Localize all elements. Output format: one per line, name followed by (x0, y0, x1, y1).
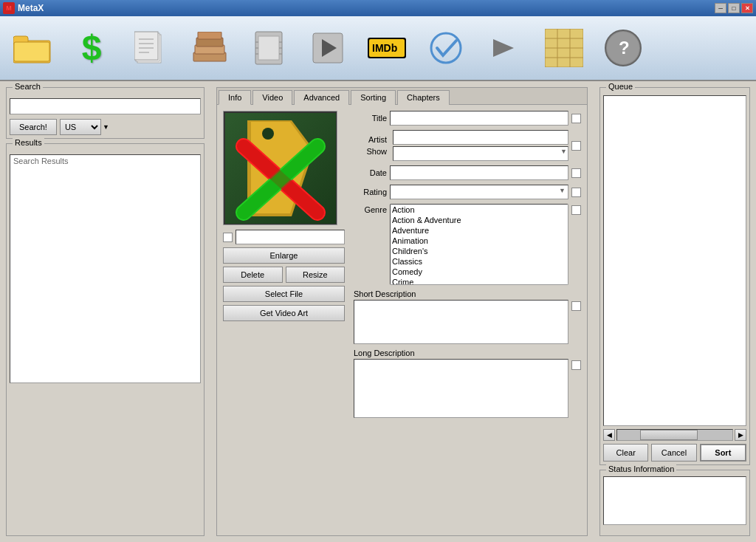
artwork-panel: Enlarge Delete Resize Select File Get Vi… (223, 111, 345, 418)
queue-list[interactable] (603, 95, 746, 426)
toolbar-film-button[interactable] (242, 20, 295, 76)
search-input[interactable] (10, 98, 201, 114)
artwork-image (223, 111, 337, 225)
tab-chapters[interactable]: Chapters (397, 90, 450, 105)
grid-icon (545, 29, 583, 67)
delete-button[interactable]: Delete (223, 267, 283, 283)
svg-point-39 (262, 128, 274, 140)
title-label: Title (354, 114, 387, 123)
artist-show-row: Artist Show ▼ (354, 130, 581, 161)
genre-classics[interactable]: Classics (391, 256, 568, 267)
search-group: Search Search! US UK AU CA DE FR JP ▼ (6, 87, 205, 139)
minimize-button[interactable]: ─ (715, 3, 726, 13)
tab-info[interactable]: Info (219, 90, 251, 105)
info-layout: Enlarge Delete Resize Select File Get Vi… (223, 111, 581, 418)
maximize-button[interactable]: □ (728, 3, 740, 13)
long-desc-section: Long Description (354, 349, 581, 418)
results-group: Results Search Results (6, 143, 205, 536)
short-desc-textarea[interactable] (354, 300, 568, 344)
toolbar-open-button[interactable] (6, 20, 59, 76)
genre-crime[interactable]: Crime (391, 277, 568, 285)
long-desc-row (354, 359, 581, 418)
artwork-controls: Enlarge Delete Resize Select File Get Vi… (223, 230, 345, 321)
artwork-text-input[interactable] (236, 230, 345, 244)
tab-container: Info Video Advanced Sorting Chapters (216, 87, 588, 536)
genre-animation[interactable]: Animation (391, 236, 568, 246)
toolbar-docs-button[interactable] (124, 20, 177, 76)
tab-sorting[interactable]: Sorting (351, 90, 396, 105)
tab-advanced[interactable]: Advanced (294, 90, 349, 105)
toolbar-books-button[interactable] (183, 20, 236, 76)
play-icon (309, 29, 347, 67)
scroll-right-button[interactable]: ▶ (735, 429, 746, 441)
show-input[interactable] (393, 146, 568, 161)
svg-marker-28 (493, 39, 514, 57)
search-button[interactable]: Search! (10, 119, 57, 135)
main-area: Search Search! US UK AU CA DE FR JP ▼ Re… (0, 81, 756, 542)
title-checkbox[interactable] (571, 114, 581, 123)
genre-adventure[interactable]: Adventure (391, 225, 568, 236)
toolbar-play-button[interactable] (301, 20, 354, 76)
genre-checkbox[interactable] (571, 205, 581, 215)
toolbar-imdb-button[interactable]: IMDb (360, 20, 413, 76)
svg-rect-15 (258, 36, 279, 60)
svg-rect-5 (134, 32, 158, 60)
short-desc-checkbox[interactable] (571, 301, 581, 311)
search-row: Search! US UK AU CA DE FR JP ▼ (10, 119, 201, 135)
svg-rect-13 (198, 32, 221, 39)
long-desc-textarea[interactable] (354, 359, 568, 418)
genre-list[interactable]: Action Action & Adventure Adventure Anim… (390, 204, 568, 285)
results-list[interactable]: Search Results (10, 154, 201, 383)
toolbar-check-button[interactable] (419, 20, 472, 76)
scroll-left-button[interactable]: ◀ (603, 429, 615, 441)
long-desc-checkbox[interactable] (571, 360, 581, 370)
rating-checkbox[interactable] (571, 188, 581, 197)
get-video-art-button[interactable]: Get Video Art (223, 305, 345, 321)
toolbar-dollar-button[interactable]: $ (65, 20, 118, 76)
title-input[interactable] (390, 111, 568, 126)
long-desc-label: Long Description (354, 349, 581, 357)
close-button[interactable]: ✕ (741, 3, 753, 13)
artwork-checkbox-row (223, 230, 345, 244)
artist-input[interactable] (393, 130, 568, 145)
date-row: Date (354, 165, 581, 180)
queue-buttons: Clear Cancel Sort (603, 444, 746, 462)
genre-action-adventure[interactable]: Action & Adventure (391, 215, 568, 225)
genre-label: Genre (354, 205, 387, 214)
status-label: Status Information (606, 464, 676, 473)
show-label: Show (354, 147, 387, 156)
rating-label: Rating (354, 188, 387, 196)
resize-button[interactable]: Resize (286, 267, 346, 283)
dollar-icon: $ (72, 29, 111, 67)
toolbar-arrow-button[interactable] (478, 20, 532, 76)
search-group-label: Search (13, 82, 43, 91)
rating-select[interactable] (390, 185, 568, 199)
artist-show-checkbox[interactable] (571, 141, 581, 151)
docs-icon (131, 29, 170, 67)
info-tab-content: Enlarge Delete Resize Select File Get Vi… (217, 105, 587, 535)
country-select[interactable]: US UK AU CA DE FR JP (60, 119, 101, 135)
svg-text:IMDb: IMDb (372, 42, 397, 54)
artwork-checkbox[interactable] (223, 233, 233, 242)
folder-icon (13, 29, 52, 67)
toolbar-info-button[interactable]: ? (597, 20, 650, 76)
toolbar-grid-button[interactable] (537, 20, 591, 76)
short-desc-label: Short Description (354, 289, 581, 298)
date-input[interactable] (390, 165, 568, 180)
cancel-button[interactable]: Cancel (651, 444, 696, 462)
fields-panel: Title Artist Show (354, 111, 581, 418)
toolbar: $ (0, 16, 756, 81)
sort-button[interactable]: Sort (700, 444, 746, 462)
info-help-icon: ? (604, 29, 642, 67)
tab-video[interactable]: Video (252, 90, 292, 105)
date-checkbox[interactable] (571, 168, 581, 178)
genre-comedy[interactable]: Comedy (391, 267, 568, 277)
clear-button[interactable]: Clear (603, 444, 648, 462)
queue-scrollbar: ◀ ▶ (603, 429, 746, 441)
scroll-track[interactable] (616, 429, 733, 441)
enlarge-button[interactable]: Enlarge (223, 247, 345, 264)
imdb-icon: IMDb (368, 29, 406, 67)
genre-action[interactable]: Action (391, 205, 568, 215)
genre-childrens[interactable]: Children's (391, 246, 568, 256)
select-file-button[interactable]: Select File (223, 286, 345, 302)
